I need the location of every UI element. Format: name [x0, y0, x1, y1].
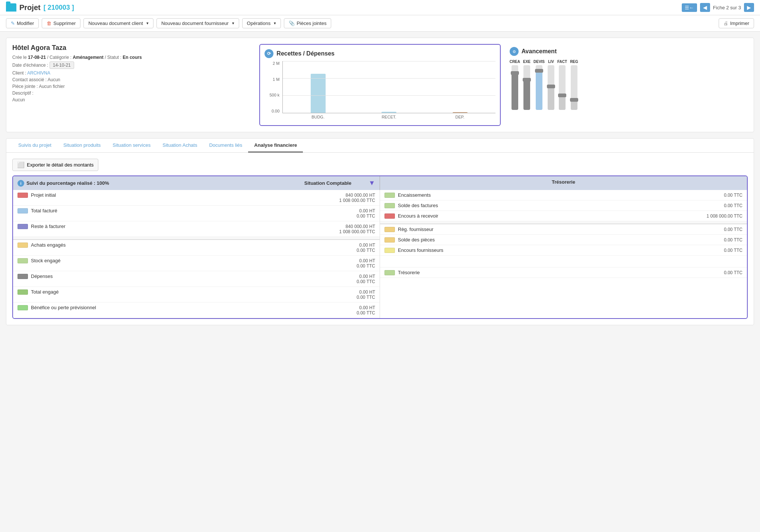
tab-services[interactable]: Situation services [107, 139, 156, 152]
label-solde-factures: Solde des factures [398, 203, 724, 208]
val-reg-fournisseur: 0.00 TTC [724, 227, 742, 232]
label-encours-recevoir: Encours à recevoir [398, 213, 706, 219]
financial-header: i Suivi du pourcentage réalisé : 100% Si… [13, 176, 747, 190]
row-depenses: Dépenses 0.00 HT 0.00 TTC [13, 271, 380, 287]
avancement-col-fact: FACT [557, 60, 567, 110]
chart-label-dep: DEP. [428, 115, 491, 119]
grid-line-mid1 [283, 78, 495, 79]
tab-documents[interactable]: Documents liés [203, 139, 248, 152]
client-line: Client : ARCHIVNA [12, 70, 253, 76]
tab-suivi[interactable]: Suivis du projet [12, 139, 57, 152]
avancement-col-exe: EXE [523, 60, 531, 110]
avancement-col-liv: LIV [548, 60, 554, 110]
financial-right-col: Encaissements 0.00 TTC Solde des facture… [380, 190, 747, 318]
slider-devis[interactable] [536, 65, 542, 110]
trash-icon: 🗑 [47, 20, 51, 26]
label-benefice: Bénéfice ou perte prévisionnel [31, 305, 203, 310]
row-solde-factures: Solde des factures 0.00 TTC [380, 200, 747, 211]
swatch-benefice [18, 305, 28, 310]
fin-header-center-text: Situation Comptable [304, 180, 351, 186]
val2-depenses: 0.00 TTC [203, 279, 375, 284]
slider-crea-fill [512, 74, 518, 110]
row-achats-engages: Achats engagés 0.00 HT 0.00 TTC [13, 240, 380, 256]
folder-icon [6, 3, 16, 12]
new-supplier-doc-button[interactable]: Nouveau document fournisseur [156, 18, 239, 28]
modify-button[interactable]: ✎ Modifier [6, 18, 39, 28]
swatch-encaissements [384, 193, 395, 198]
slider-reg[interactable] [571, 65, 577, 110]
menu-button[interactable]: ☰← [682, 3, 697, 12]
val-encours-fournisseurs: 0.00 TTC [724, 248, 742, 253]
project-name: Hôtel Agora Taza [12, 44, 253, 52]
swatch-projet-initial [18, 193, 28, 198]
tab-produits[interactable]: Situation produits [57, 139, 107, 152]
slider-fact-fill [559, 96, 566, 110]
edit-icon: ✎ [11, 20, 15, 26]
attachments-button[interactable]: 📎 Pièces jointes [284, 18, 331, 28]
main-content: Hôtel Agora Taza Crée le 17-08-21 / Caté… [0, 32, 760, 331]
chart-icon: ⟳ [265, 49, 273, 58]
row-stock-engage: Stock engagé 0.00 HT 0.00 TTC [13, 256, 380, 271]
avancement-col-devis: DEVIS [533, 60, 545, 110]
tab-content-analyse: ⬜ Exporter le détail des montants i Suiv… [6, 153, 754, 325]
slider-crea-thumb [511, 71, 519, 75]
divider-right [380, 221, 747, 224]
row-encours-recevoir: Encours à recevoir 1 008 000.00 TTC [380, 211, 747, 221]
swatch-encours-recevoir [384, 213, 395, 219]
slider-devis-fill [536, 72, 542, 110]
chart-area: 2 M 1 M 500 k 0.00 [265, 61, 495, 121]
header-nav: ☰← ◀ Fiche 2 sur 3 ▶ [682, 3, 754, 12]
slider-reg-thumb [570, 98, 578, 102]
label-encaissements: Encaissements [398, 192, 724, 198]
title-text: Projet [19, 3, 41, 12]
val-encaissements: 0.00 TTC [724, 193, 742, 198]
slider-liv-thumb [547, 85, 555, 88]
val2-benefice: 0.00 TTC [203, 310, 375, 316]
print-icon: 🖨 [723, 20, 728, 26]
label-reste-facturer: Reste à facturer [31, 224, 203, 229]
slider-exe[interactable] [523, 65, 530, 110]
val1-benefice: 0.00 HT [203, 305, 375, 310]
chart-label-budg: BUDG. [286, 115, 349, 119]
row-benefice: Bénéfice ou perte prévisionnel 0.00 HT 0… [13, 303, 380, 318]
paperclip-icon: 📎 [289, 20, 295, 26]
val1-achats-engages: 0.00 HT [203, 243, 375, 248]
slider-liv[interactable] [548, 65, 554, 110]
divider-left [13, 237, 380, 240]
val1-projet-initial: 840 000.00 HT [203, 193, 375, 198]
attachment-line: Pièce jointe : Aucun fichier [12, 84, 253, 89]
label-stock-engage: Stock engagé [31, 258, 203, 263]
fin-header-right-text: Trésorerie [552, 179, 575, 185]
val1-total-facture: 0.00 HT [203, 208, 375, 213]
slider-reg-fill [571, 101, 577, 110]
tab-achats[interactable]: Situation Achats [156, 139, 203, 152]
next-button[interactable]: ▶ [744, 3, 754, 12]
slider-fact[interactable] [559, 65, 566, 110]
client-link[interactable]: ARCHIVNA [27, 70, 50, 76]
financial-left-col: Projet initial 840 000.00 HT 1 008 000.0… [13, 190, 380, 318]
delete-button[interactable]: 🗑 Supprimer [42, 18, 80, 28]
slider-exe-fill [523, 81, 530, 110]
tabs-bar: Suivis du projet Situation produits Situ… [6, 139, 754, 153]
bar-dep-fill [453, 112, 468, 113]
export-label: Exporter le détail des montants [27, 162, 94, 168]
val2-achats-engages: 0.00 TTC [203, 248, 375, 253]
label-total-facture: Total facturé [31, 208, 203, 213]
row-empty-1 [380, 256, 747, 267]
row-projet-initial: Projet initial 840 000.00 HT 1 008 000.0… [13, 190, 380, 206]
slider-crea[interactable] [512, 65, 518, 110]
contact-line: Contact associé : Aucun [12, 77, 253, 82]
chart-section: ⟳ Recettes / Dépenses 2 M 1 M 500 k 0.00 [259, 44, 500, 126]
chart-bars-wrapper: BUDG. RECET. DEP. [282, 61, 495, 121]
operations-button[interactable]: Opérations [242, 18, 281, 28]
tab-analyse[interactable]: Analyse financiere [248, 139, 303, 152]
val-tresorerie: 0.00 TTC [724, 270, 742, 275]
new-client-doc-button[interactable]: Nouveau document client [83, 18, 153, 28]
due-date-badge: 14-10-21 [50, 61, 74, 69]
app-header: Projet [ 210003 ] ☰← ◀ Fiche 2 sur 3 ▶ [0, 0, 760, 15]
fin-header-left-text: Suivi du pourcentage réalisé : 100% [26, 180, 109, 186]
prev-button[interactable]: ◀ [700, 3, 710, 12]
print-button[interactable]: 🖨 Imprimer [719, 18, 754, 28]
description-value: Aucun [12, 97, 253, 102]
export-button[interactable]: ⬜ Exporter le détail des montants [12, 159, 98, 171]
